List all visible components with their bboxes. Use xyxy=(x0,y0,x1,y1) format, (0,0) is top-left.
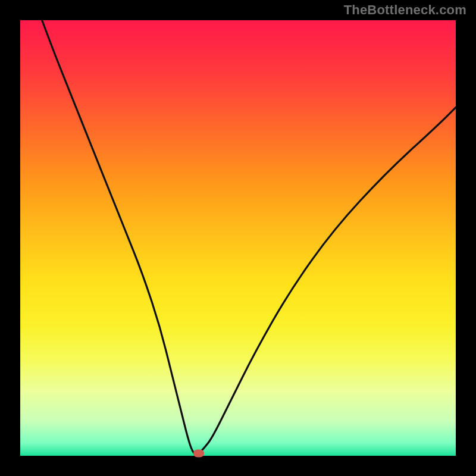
watermark-text: TheBottleneck.com xyxy=(344,2,466,18)
plot-gradient-background xyxy=(20,20,456,456)
minimum-marker xyxy=(193,450,204,458)
chart-frame: TheBottleneck.com xyxy=(0,0,476,476)
